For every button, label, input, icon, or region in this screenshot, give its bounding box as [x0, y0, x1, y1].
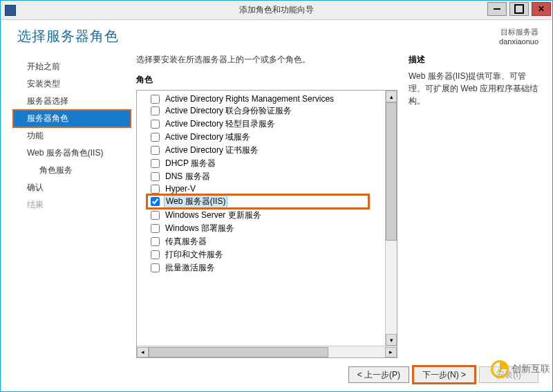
vertical-scrollbar[interactable]: ▴ ▾ — [385, 91, 397, 346]
target-server-label: 目标服务器 — [499, 27, 538, 37]
role-row-1[interactable]: Active Directory 联合身份验证服务 — [137, 104, 397, 118]
role-checkbox-13[interactable] — [151, 263, 160, 272]
role-row-10[interactable]: Windows 部署服务 — [137, 222, 397, 235]
role-row-2[interactable]: Active Directory 轻型目录服务 — [137, 118, 397, 131]
sidebar-item-4[interactable]: 功能 — [13, 127, 131, 144]
description-heading: 描述 — [409, 54, 540, 66]
role-checkbox-5[interactable] — [151, 159, 160, 168]
roles-heading: 角色 — [136, 74, 397, 86]
hscroll-track[interactable] — [149, 347, 385, 357]
role-checkbox-10[interactable] — [151, 224, 160, 233]
scroll-up-icon[interactable]: ▴ — [386, 91, 397, 102]
role-label-1: Active Directory 联合身份验证服务 — [165, 106, 292, 115]
role-label-9: Windows Server 更新服务 — [165, 210, 261, 220]
role-label-2: Active Directory 轻型目录服务 — [165, 119, 275, 129]
sidebar-item-6[interactable]: 角色服务 — [13, 162, 131, 179]
sidebar-item-1[interactable]: 安装类型 — [13, 75, 131, 93]
role-label-6: DNS 服务器 — [165, 171, 210, 181]
content-area: 选择服务器角色 目标服务器 danxiaonuo 开始之前安装类型服务器选择服务… — [1, 20, 552, 391]
wizard-sidebar: 开始之前安装类型服务器选择服务器角色功能Web 服务器角色(IIS)角色服务确认… — [13, 54, 131, 358]
scroll-right-icon[interactable]: ▸ — [385, 347, 397, 357]
previous-button[interactable]: < 上一步(P) — [348, 366, 409, 383]
role-checkbox-12[interactable] — [151, 250, 160, 259]
window-title: 添加角色和功能向导 — [1, 4, 552, 16]
role-row-0[interactable]: Active Directory Rights Management Servi… — [137, 93, 397, 104]
role-checkbox-7[interactable] — [151, 185, 160, 194]
scroll-left-icon[interactable]: ◂ — [137, 347, 149, 357]
role-checkbox-3[interactable] — [151, 133, 160, 142]
roles-listbox[interactable]: Active Directory Rights Management Servi… — [136, 90, 397, 358]
role-row-11[interactable]: 传真服务器 — [137, 235, 397, 248]
role-checkbox-0[interactable] — [151, 95, 160, 104]
main-panel: 选择要安装在所选服务器上的一个或多个角色。 角色 Active Director… — [136, 54, 540, 358]
sidebar-item-8: 结果 — [13, 196, 131, 214]
body-row: 开始之前安装类型服务器选择服务器角色功能Web 服务器角色(IIS)角色服务确认… — [13, 54, 540, 358]
role-checkbox-2[interactable] — [151, 120, 160, 129]
scroll-down-icon[interactable]: ▾ — [386, 334, 397, 346]
target-server-name: danxiaonuo — [499, 37, 538, 46]
role-checkbox-4[interactable] — [151, 146, 160, 155]
instruction-text: 选择要安装在所选服务器上的一个或多个角色。 — [136, 54, 397, 66]
roles-list: Active Directory Rights Management Servi… — [137, 91, 397, 346]
install-button[interactable]: 安装(I) — [479, 366, 538, 383]
role-checkbox-1[interactable] — [151, 106, 160, 115]
role-checkbox-6[interactable] — [151, 172, 160, 181]
titlebar[interactable]: 添加角色和功能向导 — [1, 1, 552, 20]
role-label-11: 传真服务器 — [165, 236, 207, 246]
sidebar-item-2[interactable]: 服务器选择 — [13, 93, 131, 110]
role-label-7: Hyper-V — [165, 184, 196, 194]
role-label-4: Active Directory 证书服务 — [165, 145, 259, 155]
role-row-6[interactable]: DNS 服务器 — [137, 170, 397, 183]
role-label-5: DHCP 服务器 — [165, 158, 216, 168]
role-checkbox-9[interactable] — [151, 211, 160, 220]
minimize-button[interactable] — [487, 2, 507, 16]
role-label-10: Windows 部署服务 — [165, 223, 234, 233]
next-button[interactable]: 下一步(N) > — [413, 366, 475, 383]
description-text: Web 服务器(IIS)提供可靠、可管理、可扩展的 Web 应用程序基础结构。 — [409, 70, 540, 107]
role-checkbox-8[interactable] — [151, 197, 160, 206]
role-row-3[interactable]: Active Directory 域服务 — [137, 131, 397, 144]
role-label-8: Web 服务器(IIS) — [166, 196, 225, 206]
role-row-13[interactable]: 批量激活服务 — [137, 261, 397, 274]
vscroll-track[interactable] — [386, 102, 397, 334]
close-button[interactable] — [532, 2, 551, 16]
sidebar-item-3[interactable]: 服务器角色 — [13, 110, 131, 127]
role-row-12[interactable]: 打印和文件服务 — [137, 248, 397, 261]
role-row-7[interactable]: Hyper-V — [137, 183, 397, 194]
maximize-button[interactable] — [509, 2, 529, 16]
wizard-window: 添加角色和功能向导 选择服务器角色 目标服务器 danxiaonuo 开始之前安… — [0, 0, 553, 392]
role-label-12: 打印和文件服务 — [165, 250, 223, 259]
role-row-5[interactable]: DHCP 服务器 — [137, 157, 397, 170]
target-server-box: 目标服务器 danxiaonuo — [499, 27, 538, 46]
role-label-0: Active Directory Rights Management Servi… — [165, 94, 334, 104]
sidebar-item-5[interactable]: Web 服务器角色(IIS) — [13, 144, 131, 162]
description-column: 描述 Web 服务器(IIS)提供可靠、可管理、可扩展的 Web 应用程序基础结… — [409, 54, 540, 358]
roles-column: 选择要安装在所选服务器上的一个或多个角色。 角色 Active Director… — [136, 54, 397, 358]
header-row: 选择服务器角色 目标服务器 danxiaonuo — [13, 27, 540, 46]
role-row-9[interactable]: Windows Server 更新服务 — [137, 209, 397, 222]
vscroll-thumb[interactable] — [386, 102, 397, 241]
page-title: 选择服务器角色 — [17, 27, 119, 46]
window-controls — [487, 2, 551, 16]
sidebar-item-7[interactable]: 确认 — [13, 179, 131, 196]
role-label-13: 批量激活服务 — [165, 263, 215, 272]
role-label-3: Active Directory 域服务 — [165, 132, 250, 142]
role-row-8[interactable]: Web 服务器(IIS) — [147, 194, 369, 209]
horizontal-scrollbar[interactable]: ◂ ▸ — [137, 346, 397, 357]
hscroll-thumb[interactable] — [149, 347, 328, 357]
sidebar-item-0[interactable]: 开始之前 — [13, 58, 131, 75]
role-row-4[interactable]: Active Directory 证书服务 — [137, 144, 397, 157]
app-icon — [5, 5, 16, 16]
role-checkbox-11[interactable] — [151, 237, 160, 246]
footer-buttons: < 上一步(P) 下一步(N) > 安装(I) — [13, 358, 540, 383]
